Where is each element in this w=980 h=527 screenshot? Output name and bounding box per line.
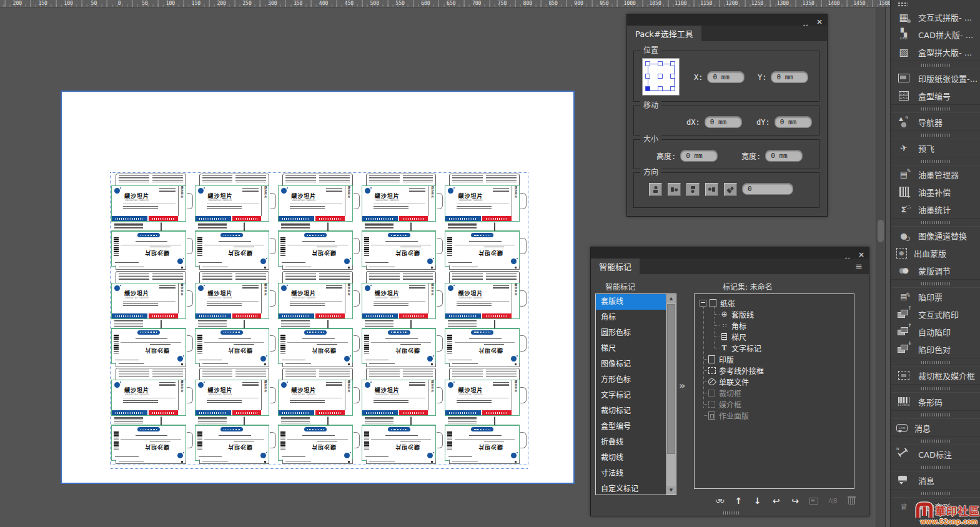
orient-270-icon[interactable] — [705, 183, 718, 196]
dx-input[interactable]: 0 mm — [705, 116, 742, 128]
tree-item[interactable]: 作业面版 — [698, 410, 854, 421]
tree-item[interactable]: 梯尺 — [698, 331, 854, 342]
smart-mark-item[interactable]: 寸法线 — [596, 466, 666, 481]
artboard[interactable]: 缬沙坦片 Valsartan Tablets 缬沙坦片 — [61, 91, 575, 484]
smart-mark-item[interactable]: 裁切标记 — [596, 403, 666, 419]
sidebar-item[interactable]: ↑自动陷印 — [891, 323, 980, 340]
box-dieline-unit[interactable]: 缬沙坦片 Valsartan Tablets 缬沙坦片 — [194, 173, 278, 270]
tab-pack-select-tool[interactable]: Pack#选择工具 — [627, 26, 701, 41]
box-dieline-unit[interactable]: 缬沙坦片 Valsartan Tablets 缬沙坦片 — [361, 270, 445, 368]
refresh-icon[interactable] — [713, 495, 726, 507]
move-up-icon[interactable] — [732, 495, 745, 507]
scroll-down-icon[interactable]: ▼ — [666, 486, 676, 495]
sidebar-item[interactable]: 出血蒙版 — [891, 244, 980, 262]
tree-item[interactable]: 套版线 — [698, 308, 854, 320]
redo-arrow-icon[interactable] — [789, 495, 801, 507]
tree-expander-icon[interactable] — [700, 300, 706, 307]
anchor-handle[interactable] — [658, 74, 663, 79]
tree-item[interactable]: 印版 — [698, 353, 854, 365]
sidebar-group-separator[interactable] — [891, 61, 980, 69]
anchor-handle-selected[interactable] — [645, 86, 650, 91]
tree-item[interactable]: 纸张 — [698, 297, 854, 308]
tab-smart-marks[interactable]: 智能标记 — [591, 259, 640, 274]
sidebar-item[interactable]: 印版纸张设置-... — [891, 69, 980, 87]
sidebar-item[interactable]: 消息 — [891, 419, 980, 436]
box-dieline-unit[interactable]: 缬沙坦片 Valsartan Tablets 缬沙坦片 — [111, 367, 194, 465]
sidebar-item[interactable]: 消息 — [891, 471, 980, 489]
anchor-handle[interactable] — [670, 86, 675, 91]
smart-mark-item[interactable]: 自定义标记 — [596, 481, 666, 495]
smart-mark-item[interactable]: 套版线 — [596, 294, 666, 310]
sidebar-item[interactable]: CAD拼大版- ... — [891, 26, 980, 43]
width-input[interactable]: 0 mm — [765, 150, 803, 162]
tree-item[interactable]: 单联文件 — [698, 376, 854, 387]
sidebar-item[interactable]: 蒙版调节 — [891, 262, 980, 279]
sidebar-item[interactable]: 裁切框及媒介框 — [891, 367, 980, 384]
sidebar-item[interactable]: 油墨管理器 — [891, 165, 980, 183]
box-dieline-unit[interactable]: 缬沙坦片 Valsartan Tablets 缬沙坦片 — [194, 270, 278, 368]
y-input[interactable]: 0 mm — [771, 71, 808, 83]
panel-menu-icon[interactable] — [855, 261, 863, 271]
sidebar-item[interactable]: 油墨统计 — [891, 200, 980, 218]
box-dieline-unit[interactable]: 缬沙坦片 Valsartan Tablets 缬沙坦片 — [444, 173, 528, 270]
smart-mark-item[interactable]: 盒型编号 — [596, 419, 666, 435]
sidebar-item[interactable]: 陷印票 — [891, 288, 980, 305]
smart-mark-item[interactable]: 图像标记 — [596, 357, 666, 372]
box-dieline-unit[interactable]: 缬沙坦片 Valsartan Tablets 缬沙坦片 — [111, 270, 194, 368]
smart-mark-item[interactable]: 文字标记 — [596, 388, 666, 403]
collapse-panel-icon[interactable] — [844, 250, 853, 255]
sidebar-item[interactable]: 预飞 — [891, 139, 980, 157]
panel-resize-grip[interactable] — [723, 511, 740, 515]
box-dieline-unit[interactable]: 缬沙坦片 Valsartan Tablets 缬沙坦片 — [194, 367, 278, 465]
smart-mark-item[interactable]: 角标 — [596, 310, 666, 325]
tree-item[interactable]: 角标 — [698, 320, 854, 331]
tree-item[interactable]: 参考线外接框 — [698, 365, 854, 376]
sidebar-item[interactable]: ↓陷印色对 — [891, 340, 980, 358]
scroll-up-icon[interactable]: ▲ — [666, 294, 676, 303]
smart-mark-item[interactable]: 裁切线 — [596, 450, 666, 466]
list-scrollbar[interactable]: ▲ ▼ — [666, 294, 676, 495]
box-dieline-unit[interactable]: 缬沙坦片 Valsartan Tablets 缬沙坦片 — [277, 270, 361, 368]
sidebar-group-separator[interactable] — [891, 410, 980, 419]
sidebar-drag-grip[interactable] — [898, 2, 908, 6]
sidebar-group-separator[interactable] — [891, 157, 980, 165]
tree-item[interactable]: 媒介框 — [698, 398, 854, 410]
x-input[interactable]: 0 mm — [707, 71, 745, 83]
tree-item[interactable]: 裁切框 — [698, 387, 854, 398]
sidebar-item[interactable]: 油墨补偿 — [891, 183, 980, 200]
orient-180-icon[interactable] — [686, 183, 700, 196]
sidebar-group-separator[interactable] — [891, 436, 980, 445]
smart-mark-item[interactable]: 方形色标 — [596, 372, 666, 388]
sidebar-group-separator[interactable] — [891, 489, 980, 498]
box-dieline-unit[interactable]: 缬沙坦片 Valsartan Tablets 缬沙坦片 — [444, 270, 528, 368]
anchor-point-selector[interactable] — [642, 58, 680, 96]
dy-input[interactable]: 0 mm — [775, 116, 812, 128]
box-dieline-unit[interactable]: 缬沙坦片 Valsartan Tablets 缬沙坦片 — [277, 367, 361, 465]
smart-mark-item[interactable]: 梯尺 — [596, 341, 666, 357]
sidebar-group-separator[interactable] — [891, 104, 980, 113]
move-down-icon[interactable] — [751, 495, 764, 507]
orient-0-icon[interactable] — [649, 183, 662, 196]
anchor-handle[interactable] — [645, 74, 650, 79]
tree-item[interactable]: 文字标记 — [698, 342, 854, 353]
list-scrollbar-thumb[interactable] — [667, 304, 675, 454]
box-dieline-unit[interactable]: 缬沙坦片 Valsartan Tablets 缬沙坦片 — [111, 173, 194, 270]
box-dieline-unit[interactable]: 缬沙坦片 Valsartan Tablets 缬沙坦片 — [277, 173, 361, 270]
add-mark-chevron-icon[interactable]: » — [679, 380, 685, 392]
box-dieline-unit[interactable]: 缬沙坦片 Valsartan Tablets 缬沙坦片 — [361, 367, 445, 465]
anchor-handle[interactable] — [670, 61, 675, 66]
anchor-handle[interactable] — [670, 74, 675, 79]
sidebar-item[interactable]: 交互式拼版- ... — [891, 8, 980, 26]
sidebar-group-separator[interactable] — [891, 384, 980, 393]
sidebar-item[interactable]: 盒型编号 — [891, 87, 980, 104]
sidebar-item[interactable]: 盒型拼大版- ... — [891, 43, 980, 61]
sidebar-group-separator[interactable] — [891, 358, 980, 367]
anchor-handle[interactable] — [658, 61, 663, 66]
smart-mark-item[interactable]: 折叠线 — [596, 435, 666, 450]
anchor-handle[interactable] — [645, 61, 650, 66]
imposition-artwork-selection[interactable]: 缬沙坦片 Valsartan Tablets 缬沙坦片 — [111, 173, 528, 465]
anchor-handle[interactable] — [658, 86, 663, 91]
smart-mark-item[interactable]: 圆形色标 — [596, 325, 666, 341]
collapse-panel-icon[interactable] — [802, 17, 811, 22]
sidebar-item[interactable]: 图像通道替换 — [891, 227, 980, 244]
